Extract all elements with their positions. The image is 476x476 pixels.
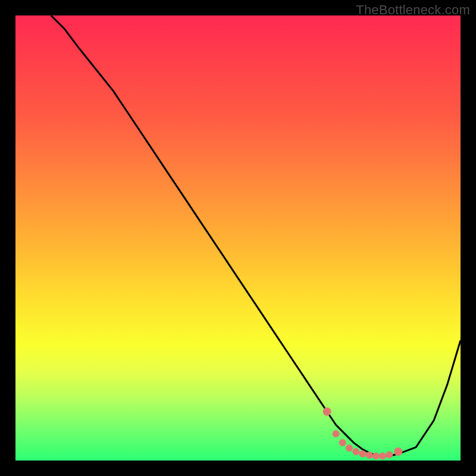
chart-container: TheBottleneck.com xyxy=(0,0,476,476)
highlight-dot xyxy=(386,451,393,458)
main-curve xyxy=(51,15,461,456)
highlight-dot xyxy=(379,453,386,460)
highlight-dot xyxy=(339,439,346,446)
highlight-dot xyxy=(394,447,402,456)
watermark-text: TheBottleneck.com xyxy=(356,2,470,18)
highlight-dots xyxy=(323,408,403,460)
highlight-dot xyxy=(352,448,359,455)
plot-area xyxy=(15,15,461,461)
highlight-dot xyxy=(359,450,366,458)
highlight-dot xyxy=(366,452,373,459)
highlight-dot xyxy=(372,453,380,460)
highlight-dot xyxy=(333,430,340,437)
highlight-dot xyxy=(346,444,353,452)
highlight-dot xyxy=(323,408,331,416)
chart-svg xyxy=(15,15,461,461)
